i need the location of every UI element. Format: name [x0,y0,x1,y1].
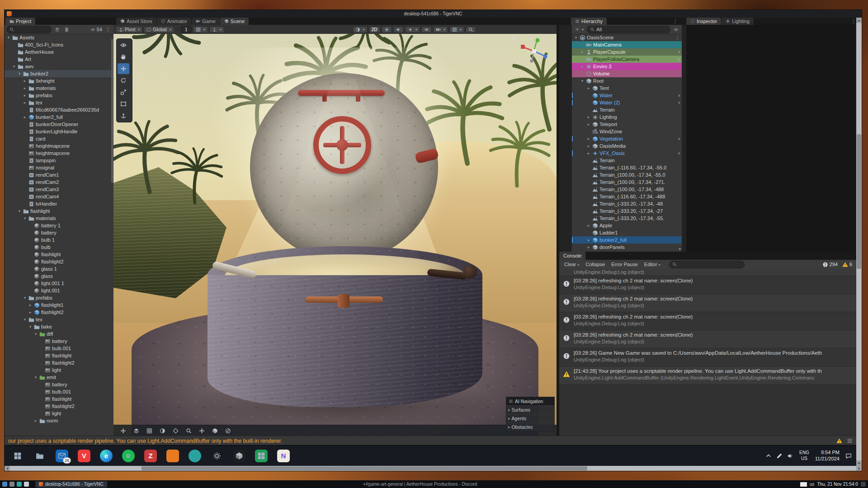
project-item[interactable]: ▾prefabs [5,294,113,301]
console-entry[interactable]: [03:28:26] refreshing ch 2 mat name: scr… [559,294,856,312]
expander-icon[interactable]: ▾ [23,294,27,301]
project-item[interactable]: ▾bake [5,323,113,330]
project-item[interactable]: nosignal [5,164,113,171]
tray-chevup-icon[interactable] [765,452,772,459]
scene-move-button[interactable] [118,427,128,435]
expander-icon[interactable]: ▸ [586,236,591,244]
taskbar-clock[interactable]: 9:54 PM 11/21/2024 [815,450,840,462]
keyboard-indicator-icon[interactable] [800,482,807,487]
expander-icon[interactable]: ▸ [586,121,591,128]
tray-pen-icon[interactable] [776,452,783,459]
project-item[interactable]: battery [5,381,113,388]
project-favorites-button[interactable] [53,25,61,33]
toggle-2d-button[interactable]: 2D [369,26,380,33]
project-item[interactable]: flashlight2 [5,359,113,366]
tool-rotate-button[interactable] [118,75,129,86]
scene-layers-button[interactable] [131,427,141,435]
expander-icon[interactable]: ▸ [586,244,591,251]
hierarchy-scroll-down-icon[interactable]: ▾ [679,247,681,251]
hierarchy-item[interactable]: Terrain [572,157,682,164]
project-item[interactable]: bulb 1 [5,236,113,244]
expander-icon[interactable]: ▾ [23,316,27,323]
scene-diamond-button[interactable] [170,427,180,435]
taskbar-browser-v[interactable]: V [77,449,91,463]
expander-icon[interactable]: ▸ [580,48,585,56]
tab-asset-store[interactable]: Asset Store [116,18,156,25]
language-indicator[interactable]: ENG US [799,450,809,461]
project-item[interactable]: rendCam4 [5,193,113,200]
expander-icon[interactable]: ▸ [23,99,27,106]
scene-slash-button[interactable] [223,427,233,435]
tab-animator[interactable]: Animator [157,18,191,25]
expander-icon[interactable]: ▾ [12,63,16,70]
host-window-button-vnc[interactable]: desktop-541c686 - TigerVNC [35,481,107,488]
expander-icon[interactable]: ▾ [580,77,585,84]
project-item[interactable]: bulb.001 [5,388,113,395]
console-entry[interactable]: UnityEngine.Debug:Log (object) [559,269,856,276]
project-search-input[interactable] [6,26,52,33]
project-item[interactable]: rendCam2 [5,178,113,186]
vfx-button[interactable] [405,26,420,33]
project-item[interactable]: bunkerLightHandle [5,128,113,135]
project-item[interactable]: flashlight [5,352,113,359]
project-item[interactable]: ▾diff [5,330,113,338]
hierarchy-item[interactable]: Water (2)› [572,99,682,106]
vnc-titlebar[interactable]: desktop-541c686 - TigerVNC [5,10,862,18]
expander-icon[interactable]: ▸ [23,77,27,84]
project-item[interactable]: ▸norm [5,417,113,424]
project-item[interactable]: flashlight2 [5,258,113,265]
hierarchy-item[interactable]: Volume [572,70,682,77]
hierarchy-item[interactable]: ▸Enviro 3 [572,63,682,70]
hierarchy-item[interactable]: ▸Lighting [572,113,682,121]
project-menu-button[interactable]: ⋮ [104,25,112,33]
scene-search-button[interactable] [184,427,193,435]
tool-move-button[interactable] [118,63,129,74]
ai-nav-item[interactable]: ▸Agents [506,414,554,422]
project-item[interactable]: ▾emit [5,374,113,381]
console-entry[interactable]: [03:28:26] Game New Game was saved to C:… [559,348,856,366]
hierarchy-item[interactable]: Terrain_(100.00, -17.34, -55.0 [572,171,682,178]
tray-audio-icon[interactable] [787,452,793,459]
project-item[interactable]: ▾flashlight [5,207,113,215]
taskbar-app-teal[interactable] [188,449,202,463]
host-launcher-icon[interactable] [9,482,14,487]
pivot-dropdown[interactable]: Pivot [116,26,142,33]
console-info-count[interactable]: 294 [820,262,840,267]
expander-icon[interactable]: ▾ [33,374,38,381]
console-warn-count[interactable]: 6 [840,262,854,267]
expander-icon[interactable]: ▾ [17,70,22,77]
taskbar-mail[interactable]: 26 [55,449,69,463]
hierarchy-item[interactable]: ▸bunker2_full [572,236,682,244]
project-item[interactable]: ▸bunker2_full [5,113,113,121]
expander-icon[interactable]: ▸ [586,222,591,229]
expander-icon[interactable]: ▸ [28,301,33,309]
scene-options-icon[interactable]: ⋮ [675,34,680,41]
taskbar-spotify[interactable] [122,449,135,463]
host-launcher-icon[interactable] [24,482,29,487]
hierarchy-dock-menu-icon[interactable]: ⋮ [673,19,679,24]
ai-nav-item[interactable]: ▸Surfaces [506,405,554,414]
prefab-chevron-icon[interactable]: › [678,56,680,63]
cam-button[interactable] [433,26,448,33]
scene-camera-menu-icon[interactable]: ≡ [511,35,515,42]
half-button[interactable] [353,26,368,33]
tool-scale-button[interactable] [118,87,129,98]
expander-icon[interactable]: ▸ [28,309,33,316]
global-dropdown[interactable]: Global [144,26,174,33]
project-item[interactable]: ▸materials [5,84,113,92]
project-item[interactable]: ▾awv [5,63,113,70]
hierarchy-item[interactable]: Terrain_(100.00, -17.34, -271. [572,178,682,186]
host-clock[interactable]: Thu, 21 Nov 21:54:0 [817,482,858,487]
project-item[interactable]: 66cd606676aabee2660235d [5,106,113,113]
tool-rect-button[interactable] [118,99,129,109]
project-item[interactable]: light.001 [5,287,113,294]
vnc-horizontal-scrollbar[interactable] [5,466,862,471]
project-item[interactable]: ▾materials [5,215,113,222]
grid-button[interactable] [449,26,464,33]
tab-hierarchy[interactable]: Hierarchy [571,18,607,25]
expander-icon[interactable]: ▸ [23,113,27,121]
project-item[interactable]: bulb.001 [5,345,113,352]
project-item[interactable]: battery [5,229,113,236]
project-item[interactable]: battery [5,338,113,345]
console-entry[interactable]: [03:28:26] refreshing ch 2 mat name: scr… [559,330,856,348]
